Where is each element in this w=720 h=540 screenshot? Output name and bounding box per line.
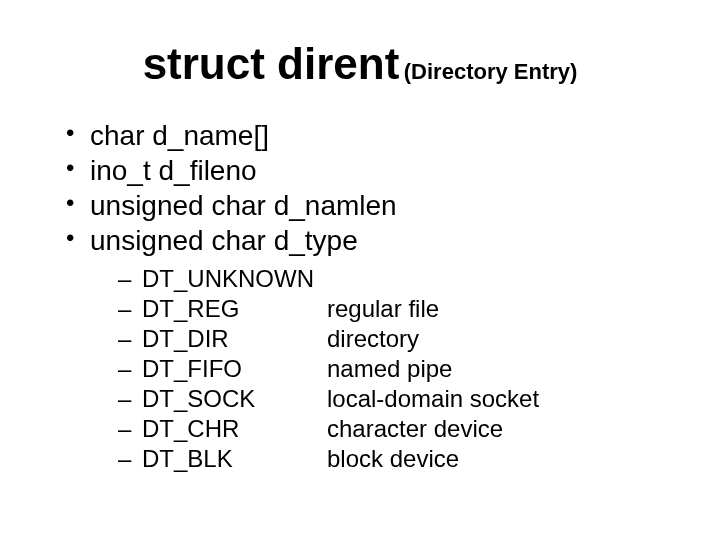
list-item: char d_name[] bbox=[72, 118, 670, 153]
field-text: unsigned char d_type bbox=[90, 225, 358, 256]
list-item: DT_FIFO named pipe bbox=[124, 354, 670, 384]
field-text: ino_t d_fileno bbox=[90, 155, 257, 186]
list-item: DT_CHR character device bbox=[124, 414, 670, 444]
type-name: DT_UNKNOWN bbox=[142, 264, 327, 294]
type-desc: character device bbox=[327, 414, 670, 444]
type-desc: block device bbox=[327, 444, 670, 474]
type-desc: directory bbox=[327, 324, 670, 354]
list-item: unsigned char d_namlen bbox=[72, 188, 670, 223]
field-text: char d_name[] bbox=[90, 120, 269, 151]
type-name: DT_FIFO bbox=[142, 354, 327, 384]
list-item: ino_t d_fileno bbox=[72, 153, 670, 188]
list-item: DT_BLK block device bbox=[124, 444, 670, 474]
list-item: DT_UNKNOWN bbox=[124, 264, 670, 294]
type-list: DT_UNKNOWN DT_REG regular file DT_DIR di… bbox=[90, 264, 670, 474]
title-sub: (Directory Entry) bbox=[404, 59, 578, 84]
type-name: DT_DIR bbox=[142, 324, 327, 354]
slide-title: struct dirent (Directory Entry) bbox=[50, 40, 670, 88]
type-desc: local-domain socket bbox=[327, 384, 670, 414]
type-desc bbox=[327, 264, 670, 294]
type-name: DT_REG bbox=[142, 294, 327, 324]
field-text: unsigned char d_namlen bbox=[90, 190, 397, 221]
type-desc: regular file bbox=[327, 294, 670, 324]
field-list: char d_name[] ino_t d_fileno unsigned ch… bbox=[50, 118, 670, 474]
slide: struct dirent (Directory Entry) char d_n… bbox=[0, 0, 720, 540]
list-item: DT_REG regular file bbox=[124, 294, 670, 324]
list-item: DT_DIR directory bbox=[124, 324, 670, 354]
type-name: DT_BLK bbox=[142, 444, 327, 474]
title-main: struct dirent bbox=[143, 39, 400, 88]
list-item: DT_SOCK local-domain socket bbox=[124, 384, 670, 414]
type-name: DT_SOCK bbox=[142, 384, 327, 414]
type-desc: named pipe bbox=[327, 354, 670, 384]
list-item: unsigned char d_type DT_UNKNOWN DT_REG r… bbox=[72, 223, 670, 474]
type-name: DT_CHR bbox=[142, 414, 327, 444]
